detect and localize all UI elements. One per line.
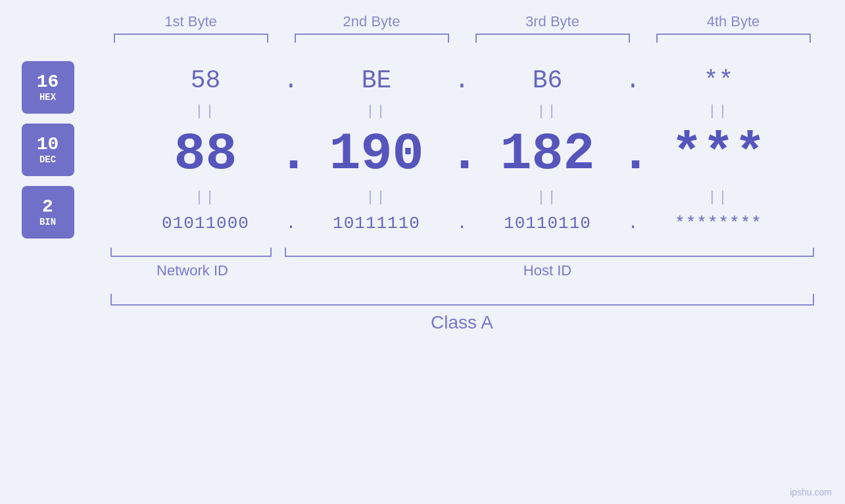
hex-byte2: BE [304,66,449,95]
dec-dot3: . [620,124,646,184]
bin-byte1: 01011000 [133,214,278,233]
dec-dot2: . [449,124,475,184]
bin-label: BIN [39,218,56,227]
bin-byte3: 10110110 [475,214,620,233]
bracket-byte3 [475,34,630,47]
top-brackets [101,34,824,47]
class-section: Class A [101,292,824,333]
dec-byte2: 190 [304,124,449,184]
dec-byte3: 182 [475,124,620,184]
bin-dot3: . [620,214,646,233]
bracket-byte2 [295,34,449,47]
bin-byte4: ******** [646,214,791,233]
hex-num: 16 [37,73,59,91]
hex-badge: 16 HEX [22,61,74,114]
network-id-label: Network ID [107,262,278,279]
eq1-byte1: || [133,103,278,120]
class-label-row: Class A [101,312,824,333]
bin-badge: 2 BIN [22,186,74,239]
bin-row: 01011000 . 10111110 . 10110110 . *******… [94,207,831,240]
bracket-byte1 [114,34,268,47]
bottom-section: Network ID Host ID [101,246,824,279]
eq2-byte1: || [133,189,278,206]
equals-row-2: || || || || [94,187,831,207]
byte-headers: 1st Byte 2nd Byte 3rd Byte 4th Byte [101,13,824,30]
host-bracket [285,246,814,257]
hex-row: 58 . BE . B6 . ** [94,60,831,101]
byte4-header: 4th Byte [643,13,824,30]
main-container: 1st Byte 2nd Byte 3rd Byte 4th Byte 16 H… [0,0,845,504]
eq1-byte3: || [475,103,620,120]
hex-dot1: . [278,66,304,95]
dec-num: 10 [37,135,59,154]
bottom-labels: Network ID Host ID [101,262,824,279]
hex-dot3: . [620,66,646,95]
base-labels: 16 HEX 10 DEC 2 BIN [15,60,94,240]
bracket-byte4 [656,34,811,47]
dec-dot1: . [278,124,304,184]
eq1-byte2: || [304,103,449,120]
hex-byte4: ** [646,66,791,95]
network-bracket [110,246,272,257]
eq2-byte2: || [304,189,449,206]
dec-byte1: 88 [133,124,278,184]
bin-byte2: 10111110 [304,214,449,233]
eq2-byte3: || [475,189,620,206]
ip-display: 58 . BE . B6 . ** || || || || 88 [94,60,831,240]
byte3-header: 3rd Byte [462,13,643,30]
watermark: ipshu.com [790,487,832,497]
bin-dot2: . [449,214,475,233]
dec-label: DEC [39,155,56,164]
byte2-header: 2nd Byte [281,13,462,30]
hex-dot2: . [449,66,475,95]
byte1-header: 1st Byte [101,13,281,30]
hex-byte1: 58 [133,66,278,95]
dec-badge: 10 DEC [22,124,74,176]
dec-row: 88 . 190 . 182 . *** [94,121,831,187]
eq1-byte4: || [646,103,791,120]
bin-dot1: . [278,214,304,233]
content-area: 16 HEX 10 DEC 2 BIN 58 . BE . B6 . ** [15,60,831,240]
bottom-brackets [101,246,824,257]
class-outer-bracket [110,292,814,306]
bin-num: 2 [42,198,53,216]
class-label: Class A [431,312,493,333]
equals-row-1: || || || || [94,101,831,121]
eq2-byte4: || [646,189,791,206]
hex-label: HEX [39,93,56,102]
dec-byte4: *** [646,124,791,184]
hex-byte3: B6 [475,66,620,95]
host-id-label: Host ID [278,262,817,279]
